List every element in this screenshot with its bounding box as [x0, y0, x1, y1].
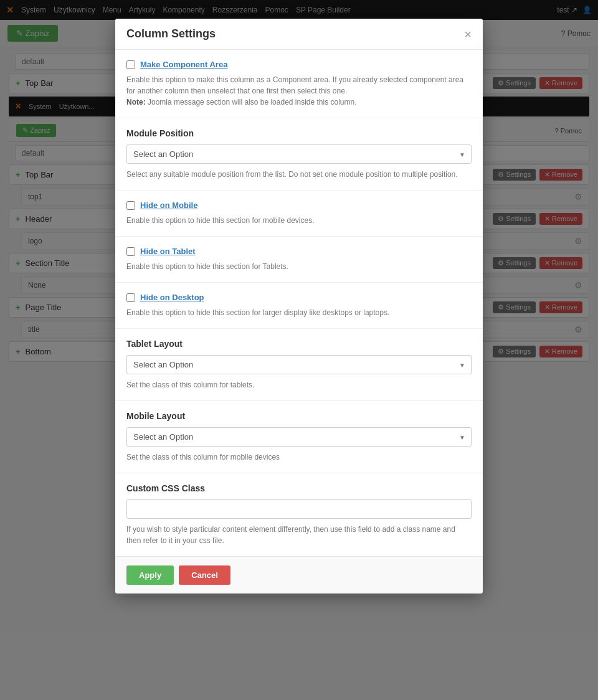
make-component-checkbox-row: Make Component Area [126, 60, 472, 69]
make-component-label[interactable]: Make Component Area [140, 60, 227, 69]
mobile-layout-title: Mobile Layout [126, 411, 472, 421]
apply-button[interactable]: Apply [126, 565, 174, 585]
tablet-layout-section: Tablet Layout Select an Option Set the c… [115, 329, 483, 401]
modal-footer: Apply Cancel [115, 556, 483, 594]
make-component-checkbox[interactable] [126, 60, 135, 69]
hide-tablet-section: Hide on Tablet Enable this option to hid… [115, 237, 483, 283]
cancel-button[interactable]: Cancel [179, 565, 230, 585]
mobile-layout-select-wrapper: Select an Option [126, 427, 472, 447]
tablet-layout-title: Tablet Layout [126, 339, 472, 349]
modal-body: Make Component Area Enable this option t… [115, 50, 483, 556]
custom-css-title: Custom CSS Class [126, 483, 472, 493]
column-settings-modal: Column Settings × Make Component Area En… [115, 19, 483, 594]
hide-mobile-description: Enable this option to hide this section … [126, 215, 472, 226]
modal-title: Column Settings [126, 27, 216, 40]
module-position-description: Select any suitable module position from… [126, 169, 472, 180]
tablet-layout-select-wrapper: Select an Option [126, 355, 472, 374]
hide-mobile-section: Hide on Mobile Enable this option to hid… [115, 191, 483, 237]
hide-mobile-checkbox[interactable] [126, 201, 135, 210]
tablet-layout-description: Set the class of this column for tablets… [126, 379, 472, 390]
make-component-section: Make Component Area Enable this option t… [115, 50, 483, 118]
module-position-title: Module Position [126, 128, 472, 138]
custom-css-description: If you wish to style particular content … [126, 524, 472, 546]
hide-mobile-label[interactable]: Hide on Mobile [140, 201, 197, 210]
hide-tablet-label[interactable]: Hide on Tablet [140, 247, 196, 256]
module-position-select-wrapper: Select an Option [126, 144, 472, 164]
hide-tablet-checkbox-row: Hide on Tablet [126, 247, 472, 256]
custom-css-section: Custom CSS Class If you wish to style pa… [115, 473, 483, 556]
hide-desktop-label[interactable]: Hide on Desktop [140, 293, 204, 302]
note-bold: Note: [126, 98, 146, 106]
modal-header: Column Settings × [115, 19, 483, 50]
hide-tablet-description: Enable this option to hide this section … [126, 261, 472, 272]
hide-tablet-checkbox[interactable] [126, 247, 135, 256]
mobile-layout-select[interactable]: Select an Option [126, 427, 472, 447]
module-position-select[interactable]: Select an Option [126, 144, 472, 164]
mobile-layout-section: Mobile Layout Select an Option Set the c… [115, 401, 483, 473]
modal-overlay: Column Settings × Make Component Area En… [0, 0, 598, 700]
hide-desktop-section: Hide on Desktop Enable this option to hi… [115, 283, 483, 329]
make-component-description: Enable this option to make this column a… [126, 74, 472, 108]
tablet-layout-select[interactable]: Select an Option [126, 355, 472, 374]
modal-close-button[interactable]: × [464, 28, 472, 40]
hide-desktop-checkbox[interactable] [126, 293, 135, 302]
mobile-layout-description: Set the class of this column for mobile … [126, 452, 472, 463]
hide-desktop-description: Enable this option to hide this section … [126, 307, 472, 318]
hide-desktop-checkbox-row: Hide on Desktop [126, 293, 472, 302]
custom-css-input[interactable] [126, 499, 472, 519]
hide-mobile-checkbox-row: Hide on Mobile [126, 201, 472, 210]
module-position-section: Module Position Select an Option Select … [115, 118, 483, 191]
